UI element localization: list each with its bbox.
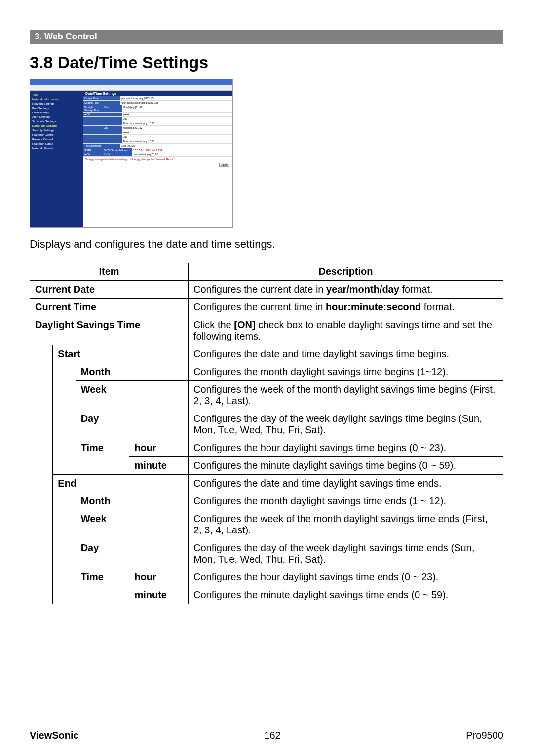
section-bar: 3. Web Control — [30, 30, 503, 44]
row-dst: Daylight Savings Time Click the [ON] che… — [30, 316, 503, 345]
sidebar-item: Date/Time Settings — [32, 124, 81, 128]
ss-current-date: Current Date — [83, 96, 120, 100]
sidebar-item: Remote Control — [32, 137, 81, 142]
screenshot-sidebar: Top: Network Information Network Setting… — [30, 91, 83, 228]
ss-timediff: Time difference — [83, 144, 120, 148]
row-end-week: Week Configures the week of the month da… — [30, 510, 503, 539]
description-table: Item Description Current Date Configures… — [30, 263, 503, 604]
sidebar-item: Security Settings — [32, 128, 81, 133]
page-heading: 3.8 Date/Time Settings — [30, 53, 503, 72]
ss-sntp: SNTP — [83, 148, 103, 152]
screenshot-panel-title: Date/Time Settings — [83, 91, 232, 96]
footer-brand: ViewSonic — [30, 730, 79, 741]
row-end-hour: Time hour Configures the hour daylight s… — [30, 568, 503, 586]
sidebar-netinfo: Network Information — [32, 97, 81, 102]
page-footer: ViewSonic 162 Pro9500 — [30, 730, 503, 741]
sidebar-top: Top: — [32, 93, 81, 97]
row-start-day: Day Configures the day of the week dayli… — [30, 410, 503, 439]
row-end: End Configures the date and time dayligh… — [30, 475, 503, 492]
ss-note: To apply changes to date/time settings, … — [83, 157, 232, 162]
sidebar-item: Mail Settings — [32, 111, 81, 115]
row-start-month: Month Configures the month daylight savi… — [30, 363, 503, 381]
row-start-week: Week Configures the week of the month da… — [30, 381, 503, 410]
row-start: Start Configures the date and time dayli… — [30, 345, 503, 363]
row-end-month: Month Configures the month daylight savi… — [30, 492, 503, 510]
sidebar-item: Projector Status — [32, 142, 81, 146]
settings-screenshot: Top: Network Information Network Setting… — [30, 79, 233, 228]
row-end-day: Day Configures the day of the week dayli… — [30, 539, 503, 568]
footer-page: 162 — [264, 730, 280, 741]
footer-model: Pro9500 — [466, 730, 503, 741]
row-current-time: Current Time Configures the current time… — [30, 299, 503, 316]
th-description: Description — [189, 263, 503, 281]
row-current-date: Current Date Configures the current date… — [30, 281, 503, 299]
sidebar-item: Network Settings — [32, 102, 81, 106]
sidebar-item: Projector Control — [32, 133, 81, 137]
th-item: Item — [30, 263, 189, 281]
sidebar-item: Alert Settings — [32, 115, 81, 119]
ss-current-time: Current Time — [83, 101, 120, 105]
sidebar-item: Schedule Settings — [32, 119, 81, 124]
row-start-hour: Time hour Configures the hour daylight s… — [30, 439, 503, 457]
ss-on: ■ ON — [83, 113, 103, 116]
sidebar-item: Port Settings — [32, 106, 81, 111]
ss-apply-button[interactable]: Apply — [219, 163, 229, 167]
sidebar-item: Network Restart — [32, 146, 81, 151]
intro-text: Displays and configures the date and tim… — [30, 238, 503, 251]
ss-dst: Daylight Savings Time — [83, 105, 103, 112]
